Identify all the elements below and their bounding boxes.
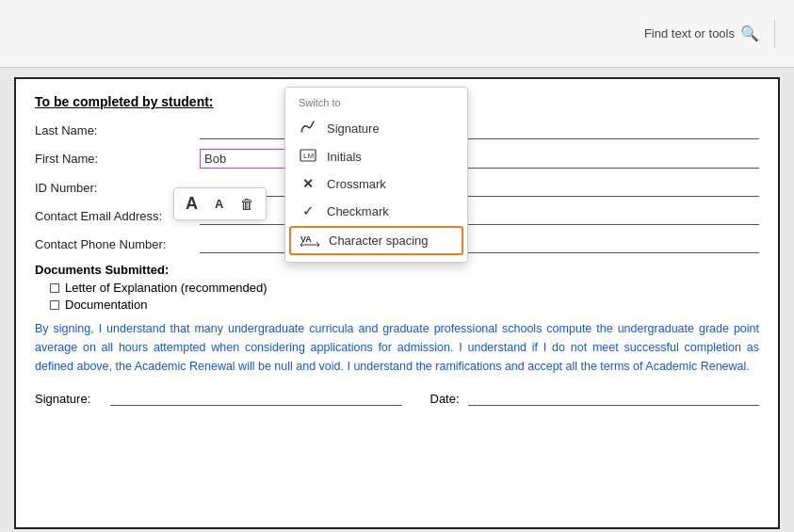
crossmark-label-menu: Crossmark xyxy=(327,177,386,191)
doc-explanation-label: Letter of Explanation (recommended) xyxy=(65,281,267,295)
initials-label-menu: Initials xyxy=(327,150,362,164)
phone-label: Contact Phone Number: xyxy=(35,237,200,251)
crossmark-icon: ✕ xyxy=(299,176,317,191)
search-icon[interactable]: 🔍 xyxy=(740,24,759,43)
main-content: To be completed by student: Last Name: F… xyxy=(14,77,780,529)
checkbox-explanation[interactable] xyxy=(50,283,59,293)
delete-text-button[interactable]: 🗑 xyxy=(236,194,258,214)
date-label: Date: xyxy=(430,392,468,406)
character-spacing-icon: VA xyxy=(300,232,319,250)
checkmark-icon: ✓ xyxy=(299,202,317,219)
dropdown-header: Switch to xyxy=(285,93,467,114)
signature-row: Signature: Date: xyxy=(35,387,759,406)
documents-section: Documents Submitted: Letter of Explanati… xyxy=(35,263,759,312)
doc-documentation-label: Documentation xyxy=(65,298,147,312)
signature-label-menu: Signature xyxy=(327,121,380,136)
switch-to-dropdown: Switch to Signature LM Initials ✕ Crossm… xyxy=(284,87,468,263)
find-text-label: Find text or tools xyxy=(644,26,735,40)
toolbar-divider xyxy=(774,20,775,48)
agreement-paragraph: By signing, I understand that many under… xyxy=(35,319,759,376)
increase-font-button[interactable]: A xyxy=(182,192,202,216)
svg-text:LM: LM xyxy=(303,152,314,160)
date-field[interactable] xyxy=(468,387,760,406)
find-text-container[interactable]: Find text or tools 🔍 xyxy=(644,24,759,43)
checkbox-documentation[interactable] xyxy=(50,300,59,310)
dropdown-item-signature[interactable]: Signature xyxy=(285,114,467,143)
text-edit-toolbar: A A 🗑 xyxy=(173,187,267,220)
signature-field[interactable] xyxy=(110,387,402,406)
checkmark-label-menu: Checkmark xyxy=(327,204,389,218)
last-name-label: Last Name: xyxy=(35,123,200,137)
list-item: Documentation xyxy=(50,298,759,312)
initials-icon: LM xyxy=(299,149,317,165)
first-name-label: First Name: xyxy=(35,152,200,166)
signature-label: Signature: xyxy=(35,392,110,406)
dropdown-item-checkmark[interactable]: ✓ Checkmark xyxy=(285,197,467,225)
dropdown-item-crossmark[interactable]: ✕ Crossmark xyxy=(285,170,467,197)
signature-icon xyxy=(299,120,317,137)
dropdown-item-initials[interactable]: LM Initials xyxy=(285,143,467,170)
documents-title: Documents Submitted: xyxy=(35,263,759,277)
list-item: Letter of Explanation (recommended) xyxy=(50,281,759,295)
decrease-font-button[interactable]: A xyxy=(211,195,227,213)
top-toolbar: Find text or tools 🔍 xyxy=(0,0,794,68)
character-spacing-label: Character spacing xyxy=(329,234,429,248)
dropdown-item-character-spacing[interactable]: VA Character spacing xyxy=(289,226,463,255)
